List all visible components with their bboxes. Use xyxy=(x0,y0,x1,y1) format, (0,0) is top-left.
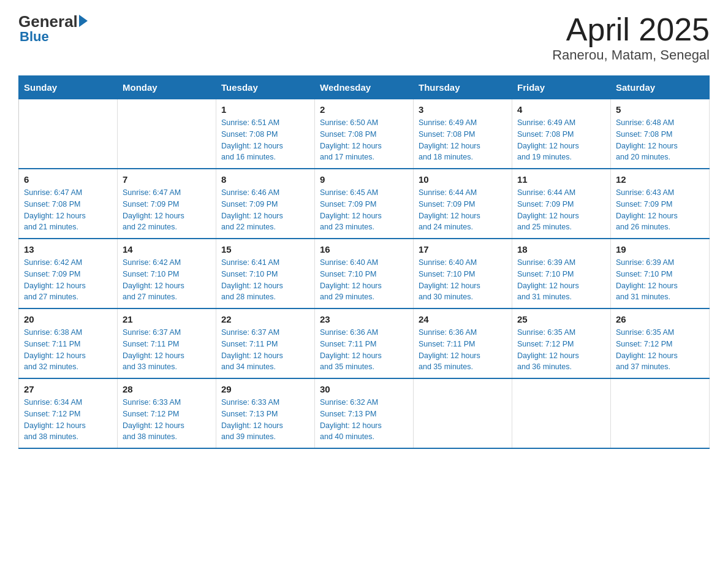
day-of-week-monday: Monday xyxy=(118,76,216,99)
day-number: 20 xyxy=(24,314,112,324)
day-info: Sunrise: 6:49 AM Sunset: 7:08 PM Dayligh… xyxy=(517,117,605,163)
calendar-cell: 7Sunrise: 6:47 AM Sunset: 7:09 PM Daylig… xyxy=(118,169,216,239)
day-number: 17 xyxy=(419,244,507,255)
calendar-cell xyxy=(19,99,118,169)
days-of-week-row: SundayMondayTuesdayWednesdayThursdayFrid… xyxy=(19,76,710,99)
day-number: 24 xyxy=(419,314,507,324)
day-number: 25 xyxy=(517,314,605,324)
calendar-cell: 3Sunrise: 6:49 AM Sunset: 7:08 PM Daylig… xyxy=(414,99,512,169)
calendar-cell xyxy=(611,378,710,448)
day-number: 9 xyxy=(320,174,408,185)
calendar-cell: 1Sunrise: 6:51 AM Sunset: 7:08 PM Daylig… xyxy=(216,99,315,169)
day-info: Sunrise: 6:39 AM Sunset: 7:10 PM Dayligh… xyxy=(517,257,605,303)
calendar-cell: 8Sunrise: 6:46 AM Sunset: 7:09 PM Daylig… xyxy=(216,169,315,239)
calendar-cell: 30Sunrise: 6:32 AM Sunset: 7:13 PM Dayli… xyxy=(315,378,414,448)
day-info: Sunrise: 6:44 AM Sunset: 7:09 PM Dayligh… xyxy=(517,187,605,233)
day-info: Sunrise: 6:33 AM Sunset: 7:13 PM Dayligh… xyxy=(221,397,309,443)
calendar-cell xyxy=(118,99,216,169)
calendar-cell: 26Sunrise: 6:35 AM Sunset: 7:12 PM Dayli… xyxy=(611,308,710,378)
day-number: 8 xyxy=(221,174,309,185)
day-info: Sunrise: 6:32 AM Sunset: 7:13 PM Dayligh… xyxy=(320,397,408,443)
calendar-title: April 2025 xyxy=(552,12,710,47)
calendar-cell: 6Sunrise: 6:47 AM Sunset: 7:08 PM Daylig… xyxy=(19,169,118,239)
day-info: Sunrise: 6:42 AM Sunset: 7:09 PM Dayligh… xyxy=(24,257,112,303)
day-info: Sunrise: 6:47 AM Sunset: 7:08 PM Dayligh… xyxy=(24,187,112,233)
day-of-week-wednesday: Wednesday xyxy=(315,76,414,99)
day-number: 22 xyxy=(221,314,309,324)
day-number: 23 xyxy=(320,314,408,324)
day-info: Sunrise: 6:45 AM Sunset: 7:09 PM Dayligh… xyxy=(320,187,408,233)
day-info: Sunrise: 6:37 AM Sunset: 7:11 PM Dayligh… xyxy=(123,327,211,373)
day-info: Sunrise: 6:47 AM Sunset: 7:09 PM Dayligh… xyxy=(123,187,211,233)
day-number: 2 xyxy=(320,104,408,115)
day-number: 27 xyxy=(24,384,112,394)
day-of-week-thursday: Thursday xyxy=(414,76,512,99)
day-info: Sunrise: 6:51 AM Sunset: 7:08 PM Dayligh… xyxy=(221,117,309,163)
day-info: Sunrise: 6:35 AM Sunset: 7:12 PM Dayligh… xyxy=(517,327,605,373)
day-info: Sunrise: 6:44 AM Sunset: 7:09 PM Dayligh… xyxy=(419,187,507,233)
calendar-cell: 28Sunrise: 6:33 AM Sunset: 7:12 PM Dayli… xyxy=(118,378,216,448)
calendar-cell: 13Sunrise: 6:42 AM Sunset: 7:09 PM Dayli… xyxy=(19,239,118,308)
calendar-cell: 14Sunrise: 6:42 AM Sunset: 7:10 PM Dayli… xyxy=(118,239,216,308)
logo: General Blue xyxy=(18,12,88,45)
calendar-cell: 25Sunrise: 6:35 AM Sunset: 7:12 PM Dayli… xyxy=(512,308,611,378)
day-number: 29 xyxy=(221,384,309,394)
calendar-cell: 21Sunrise: 6:37 AM Sunset: 7:11 PM Dayli… xyxy=(118,308,216,378)
calendar-cell: 4Sunrise: 6:49 AM Sunset: 7:08 PM Daylig… xyxy=(512,99,611,169)
day-info: Sunrise: 6:50 AM Sunset: 7:08 PM Dayligh… xyxy=(320,117,408,163)
day-info: Sunrise: 6:33 AM Sunset: 7:12 PM Dayligh… xyxy=(123,397,211,443)
calendar-cell: 27Sunrise: 6:34 AM Sunset: 7:12 PM Dayli… xyxy=(19,378,118,448)
day-number: 1 xyxy=(221,104,309,115)
page-header: General Blue April 2025 Ranerou, Matam, … xyxy=(18,12,710,63)
day-number: 18 xyxy=(517,244,605,255)
day-number: 12 xyxy=(616,174,704,185)
day-info: Sunrise: 6:48 AM Sunset: 7:08 PM Dayligh… xyxy=(616,117,704,163)
day-number: 11 xyxy=(517,174,605,185)
day-info: Sunrise: 6:36 AM Sunset: 7:11 PM Dayligh… xyxy=(320,327,408,373)
day-number: 6 xyxy=(24,174,112,185)
week-row-5: 27Sunrise: 6:34 AM Sunset: 7:12 PM Dayli… xyxy=(19,378,710,448)
calendar-cell: 5Sunrise: 6:48 AM Sunset: 7:08 PM Daylig… xyxy=(611,99,710,169)
day-info: Sunrise: 6:42 AM Sunset: 7:10 PM Dayligh… xyxy=(123,257,211,303)
day-number: 26 xyxy=(616,314,704,324)
day-number: 21 xyxy=(123,314,211,324)
day-number: 7 xyxy=(123,174,211,185)
calendar-cell: 24Sunrise: 6:36 AM Sunset: 7:11 PM Dayli… xyxy=(414,308,512,378)
day-info: Sunrise: 6:40 AM Sunset: 7:10 PM Dayligh… xyxy=(419,257,507,303)
day-number: 19 xyxy=(616,244,704,255)
logo-arrow-icon xyxy=(79,15,88,27)
day-number: 5 xyxy=(616,104,704,115)
day-number: 14 xyxy=(123,244,211,255)
week-row-4: 20Sunrise: 6:38 AM Sunset: 7:11 PM Dayli… xyxy=(19,308,710,378)
day-of-week-saturday: Saturday xyxy=(611,76,710,99)
day-info: Sunrise: 6:35 AM Sunset: 7:12 PM Dayligh… xyxy=(616,327,704,373)
day-number: 30 xyxy=(320,384,408,394)
week-row-2: 6Sunrise: 6:47 AM Sunset: 7:08 PM Daylig… xyxy=(19,169,710,239)
title-block: April 2025 Ranerou, Matam, Senegal xyxy=(552,12,710,63)
calendar-cell: 16Sunrise: 6:40 AM Sunset: 7:10 PM Dayli… xyxy=(315,239,414,308)
day-number: 3 xyxy=(419,104,507,115)
day-info: Sunrise: 6:38 AM Sunset: 7:11 PM Dayligh… xyxy=(24,327,112,373)
calendar-cell: 20Sunrise: 6:38 AM Sunset: 7:11 PM Dayli… xyxy=(19,308,118,378)
calendar-cell: 18Sunrise: 6:39 AM Sunset: 7:10 PM Dayli… xyxy=(512,239,611,308)
day-info: Sunrise: 6:39 AM Sunset: 7:10 PM Dayligh… xyxy=(616,257,704,303)
day-number: 4 xyxy=(517,104,605,115)
day-number: 10 xyxy=(419,174,507,185)
day-info: Sunrise: 6:46 AM Sunset: 7:09 PM Dayligh… xyxy=(221,187,309,233)
calendar-table: SundayMondayTuesdayWednesdayThursdayFrid… xyxy=(18,75,710,449)
calendar-cell: 29Sunrise: 6:33 AM Sunset: 7:13 PM Dayli… xyxy=(216,378,315,448)
day-info: Sunrise: 6:41 AM Sunset: 7:10 PM Dayligh… xyxy=(221,257,309,303)
week-row-1: 1Sunrise: 6:51 AM Sunset: 7:08 PM Daylig… xyxy=(19,99,710,169)
day-info: Sunrise: 6:34 AM Sunset: 7:12 PM Dayligh… xyxy=(24,397,112,443)
calendar-cell xyxy=(512,378,611,448)
calendar-cell: 17Sunrise: 6:40 AM Sunset: 7:10 PM Dayli… xyxy=(414,239,512,308)
week-row-3: 13Sunrise: 6:42 AM Sunset: 7:09 PM Dayli… xyxy=(19,239,710,308)
calendar-cell: 22Sunrise: 6:37 AM Sunset: 7:11 PM Dayli… xyxy=(216,308,315,378)
calendar-cell: 23Sunrise: 6:36 AM Sunset: 7:11 PM Dayli… xyxy=(315,308,414,378)
day-number: 15 xyxy=(221,244,309,255)
calendar-cell: 19Sunrise: 6:39 AM Sunset: 7:10 PM Dayli… xyxy=(611,239,710,308)
calendar-cell: 9Sunrise: 6:45 AM Sunset: 7:09 PM Daylig… xyxy=(315,169,414,239)
day-info: Sunrise: 6:43 AM Sunset: 7:09 PM Dayligh… xyxy=(616,187,704,233)
day-number: 16 xyxy=(320,244,408,255)
day-of-week-friday: Friday xyxy=(512,76,611,99)
